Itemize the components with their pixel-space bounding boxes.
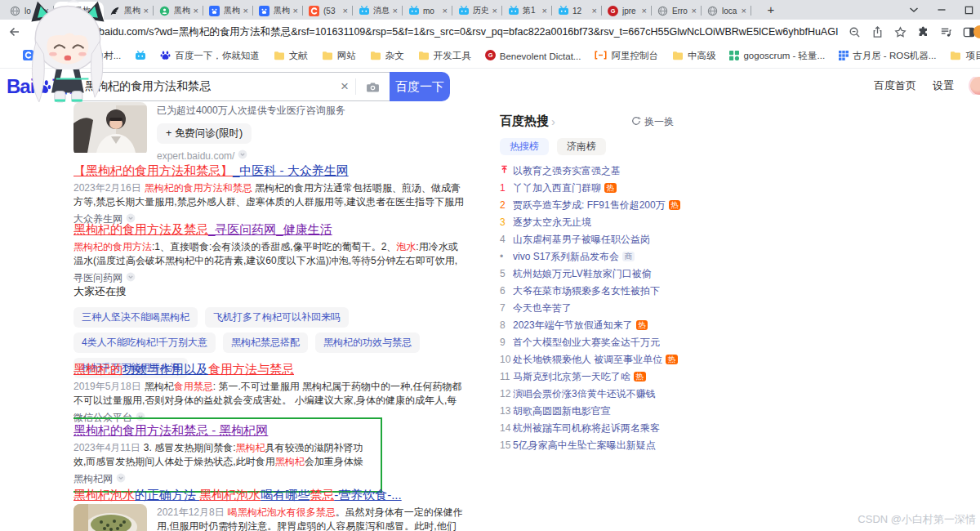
camera-icon[interactable]: [356, 82, 390, 92]
src-chevron-icon[interactable]: [238, 149, 247, 162]
minimize-icon[interactable]: [937, 5, 947, 15]
browser-tab[interactable]: (53×: [303, 2, 353, 20]
bookmark-item[interactable]: 百度一下，你就知道: [160, 50, 260, 62]
bookmark-star-icon[interactable]: [894, 26, 906, 38]
maximize-icon[interactable]: [964, 6, 973, 15]
result-thumbnail[interactable]: [74, 504, 147, 531]
browser-tab[interactable]: 黑枸×: [203, 2, 253, 20]
hot-search-item[interactable]: 6大爷在菜市场猥亵多名女性被拍下: [500, 285, 684, 297]
result-domain[interactable]: expert.baidu.com/: [157, 149, 464, 162]
bookmark-item[interactable]: 杂文: [370, 50, 404, 62]
bookmark-item[interactable]: gogoscrum - 轻量...: [729, 50, 825, 62]
result-title-link[interactable]: 黑枸杞的食用方法及禁忌_寻医问药网_健康生活: [74, 222, 464, 236]
bookmark-item[interactable]: GBenevolent Dictat...: [485, 50, 581, 62]
src-chevron-icon[interactable]: [126, 272, 136, 284]
free-consult-button[interactable]: + 免费问诊(限时): [157, 123, 252, 144]
bookmark-item[interactable]: (81条消息) 小白村...: [23, 50, 121, 62]
browser-tab[interactable]: 黑枸×: [154, 2, 203, 20]
hot-search-item[interactable]: 4山东虐柯基男子被曝任职公益岗: [500, 234, 684, 245]
related-search-pill[interactable]: 4类人不能吃枸杞!千万别大意: [74, 332, 216, 353]
tab-close-icon[interactable]: ×: [341, 6, 350, 16]
browser-tab[interactable]: Erro×: [652, 2, 702, 20]
new-tab-button[interactable]: +: [763, 2, 779, 18]
related-search-pill[interactable]: 三种人坚决不能喝黑枸杞: [74, 307, 198, 328]
tab-close-icon[interactable]: ×: [242, 6, 250, 16]
browser-tab[interactable]: 第1×: [502, 2, 552, 20]
address-bar[interactable]: baidu.com/s?wd=黑枸杞的食用方法和禁忌&rsf=101631109…: [99, 25, 838, 39]
tab-close-icon[interactable]: ×: [391, 6, 399, 16]
result-title-link[interactable]: 黑枸杞的功效与作用以及食用方法与禁忌: [74, 362, 464, 376]
tab-close-icon[interactable]: ×: [92, 6, 100, 16]
hot-search-item[interactable]: 10处长地铁猥亵他人 被调至事业单位热: [500, 354, 684, 365]
bookmark-item[interactable]: 网站: [322, 50, 356, 62]
hot-search-item[interactable]: •vivo S17系列新品发布会商: [500, 251, 684, 262]
search-input[interactable]: [74, 80, 334, 93]
tab-close-icon[interactable]: ×: [142, 6, 150, 16]
hot-tab-hot[interactable]: 热搜榜: [500, 138, 549, 155]
browser-tab[interactable]: lo×: [4, 2, 54, 20]
result-source[interactable]: 寻医问药网: [74, 271, 464, 285]
hot-search-item[interactable]: 5杭州姑娘万元LV鞋放家门口被偷: [500, 268, 684, 279]
extensions-puzzle-icon[interactable]: [917, 26, 929, 38]
bookmark-item[interactable]: 项目: [950, 50, 980, 62]
browser-tab[interactable]: loca×: [702, 2, 751, 20]
browser-tab[interactable]: 黑枸×: [253, 2, 303, 20]
user-avatar[interactable]: [970, 77, 980, 95]
media-playlist-icon[interactable]: [940, 26, 952, 38]
zoom-icon[interactable]: [849, 26, 861, 38]
browser-tab[interactable]: 黑枸×: [104, 2, 154, 20]
hot-refresh-button[interactable]: 换一换: [631, 115, 674, 129]
result-title-link[interactable]: 黑枸杞的食用方法和禁忌 - 黑枸杞网: [74, 423, 372, 437]
hot-search-item[interactable]: 1丫丫加入西直门群聊热: [500, 182, 684, 194]
result-title-link[interactable]: 黑枸杞泡水的正确方法 黑枸杞泡水喝有哪些禁忌-营养饮食-...: [74, 488, 464, 502]
tab-close-icon[interactable]: ×: [292, 6, 300, 16]
tab-close-icon[interactable]: ×: [42, 6, 51, 16]
bookmark-item[interactable]: [135, 51, 146, 62]
tab-close-icon[interactable]: ×: [541, 6, 549, 16]
bookmark-item[interactable]: 阿里控制台: [595, 50, 658, 62]
tab-search-icon[interactable]: [909, 7, 919, 13]
tab-close-icon[interactable]: ×: [690, 6, 698, 16]
browser-tab-active[interactable]: 黑枸×: [54, 2, 104, 20]
browser-tab[interactable]: 12×: [552, 2, 602, 20]
back-icon[interactable]: [8, 25, 21, 38]
related-search-pill[interactable]: 黑枸杞的功效与禁忌: [315, 332, 420, 353]
bookmark-item[interactable]: 文献: [274, 50, 308, 62]
hot-search-item[interactable]: 以教育之强夯实富强之基: [500, 165, 684, 176]
lock-icon[interactable]: [85, 27, 94, 38]
hot-search-item[interactable]: 155亿身家高中生坠亡案曝出新疑点: [500, 440, 684, 451]
hot-search-item[interactable]: 12演唱会票价涨3倍黄牛还说不赚钱: [500, 388, 684, 399]
tab-close-icon[interactable]: ×: [740, 6, 748, 16]
hot-search-header[interactable]: 百度热搜 › 换一换: [500, 114, 684, 129]
hot-search-item[interactable]: 14杭州被踹车司机称将起诉两名乘客: [500, 422, 684, 434]
browser-tab[interactable]: 消息×: [353, 2, 403, 20]
clear-icon[interactable]: ×: [334, 78, 356, 95]
hot-tab-local[interactable]: 济南榜: [557, 138, 606, 155]
bookmark-item[interactable]: 中高级: [672, 50, 716, 62]
browser-tab[interactable]: Gjpre×: [602, 2, 652, 20]
bookmark-item[interactable]: 古月居 - ROS机器...: [839, 50, 936, 62]
result-thumbnail[interactable]: [74, 102, 147, 156]
related-search-pill[interactable]: 飞机打多了枸杞可以补回来吗: [205, 307, 349, 328]
share-icon[interactable]: [871, 26, 884, 38]
related-search-pill[interactable]: 黑枸杞禁忌搭配: [223, 332, 308, 353]
nav-settings[interactable]: 设置: [933, 78, 954, 93]
search-submit-button[interactable]: 百度一下: [390, 72, 450, 101]
bookmark-item[interactable]: 开发工具: [418, 50, 471, 62]
tab-close-icon[interactable]: ×: [590, 6, 599, 16]
hot-search-item[interactable]: 9首个大模型创业大赛奖金达千万元: [500, 337, 684, 348]
hot-search-item[interactable]: 82023年端午节放假通知来了热: [500, 319, 684, 331]
hot-search-item[interactable]: 13胡歌高圆圆新电影官宣: [500, 405, 684, 417]
hot-search-item[interactable]: 11马斯克到北京第一天吃了啥热: [500, 371, 684, 382]
tab-close-icon[interactable]: ×: [192, 6, 200, 16]
hot-search-title[interactable]: 百度热搜: [500, 114, 549, 129]
tab-close-icon[interactable]: ×: [441, 6, 449, 16]
hot-search-item[interactable]: 3逐梦太空永无止境: [500, 216, 684, 228]
nav-baidu-home[interactable]: 百度首页: [874, 78, 916, 93]
browser-tab[interactable]: mo×: [403, 2, 452, 20]
hot-search-item[interactable]: 7今天也辛苦了: [500, 302, 684, 314]
browser-tab[interactable]: 历史×: [452, 2, 502, 20]
result-title-link[interactable]: 【黑枸杞的食用方法和禁忌】_中医科 - 大众养生网: [74, 163, 464, 177]
result-source[interactable]: 黑枸杞网: [74, 472, 372, 486]
tab-close-icon[interactable]: ×: [640, 6, 648, 16]
